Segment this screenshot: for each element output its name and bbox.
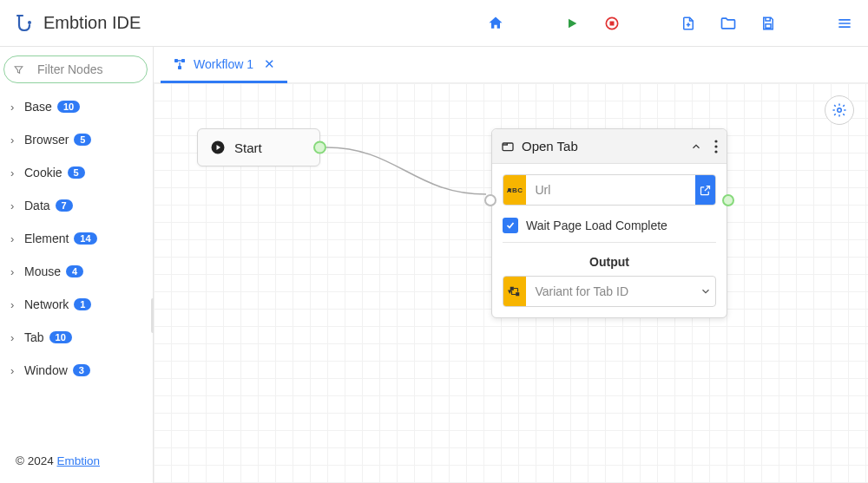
category-count-badge: 5 <box>68 166 85 179</box>
category-count-badge: 3 <box>73 364 90 376</box>
category-count-badge: 4 <box>66 265 83 277</box>
workspace: Workflow 1 ✕ Start Open Tab <box>154 47 868 483</box>
svg-rect-2 <box>610 21 615 25</box>
tabbar: Workflow 1 ✕ <box>154 47 868 83</box>
category-list: ›Base10›Browser5›Cookie5›Data7›Element14… <box>0 90 153 442</box>
chevron-right-icon: › <box>10 199 19 212</box>
start-node-label: Start <box>234 140 262 155</box>
workflow-icon <box>173 57 187 71</box>
open-tab-node[interactable]: Open Tab ▾ ABC <box>491 128 727 318</box>
variant-dropdown-button[interactable] <box>695 277 715 306</box>
category-count-badge: 7 <box>56 199 73 212</box>
sidebar-item-mouse[interactable]: ›Mouse4 <box>0 255 153 288</box>
wait-checkbox-row[interactable]: Wait Page Load Complete <box>503 218 716 233</box>
home-button[interactable] <box>486 14 505 33</box>
svg-point-7 <box>838 108 842 113</box>
svg-rect-3 <box>766 23 771 28</box>
footer: © 2024 Embtion <box>0 442 153 483</box>
brand: Embtion IDE <box>14 13 141 34</box>
sidebar-item-element[interactable]: ›Element14 <box>0 222 153 255</box>
chevron-right-icon: › <box>10 331 19 344</box>
sidebar-item-tab[interactable]: ›Tab10 <box>0 321 153 354</box>
open-tab-header[interactable]: Open Tab <box>492 129 727 164</box>
svg-rect-5 <box>181 59 185 62</box>
category-count-badge: 10 <box>57 101 80 113</box>
svg-point-12 <box>714 150 717 153</box>
url-type-selector[interactable]: ▾ ABC <box>503 175 526 205</box>
chevron-right-icon: › <box>10 101 19 114</box>
topbar-actions <box>486 14 854 33</box>
url-input[interactable] <box>526 175 695 205</box>
category-count-badge: 10 <box>49 331 72 343</box>
chevron-down-icon <box>700 285 712 297</box>
filter-input-wrap[interactable] <box>3 55 148 83</box>
category-label: Cookie <box>24 166 62 179</box>
filter-icon <box>13 64 24 75</box>
external-link-icon <box>699 184 712 197</box>
canvas[interactable]: Start Open Tab ▾ ABC <box>154 83 868 483</box>
chevron-right-icon: › <box>10 134 19 147</box>
brand-logo-icon <box>14 13 35 34</box>
start-node[interactable]: Start <box>197 128 320 166</box>
sidebar-item-network[interactable]: ›Network1 <box>0 288 153 321</box>
copyright-text: © 2024 <box>16 454 56 467</box>
canvas-settings-button[interactable] <box>825 95 854 125</box>
tab-label: Workflow 1 <box>194 57 253 71</box>
category-label: Tab <box>24 330 44 344</box>
chevron-right-icon: › <box>10 298 19 311</box>
category-count-badge: 14 <box>74 232 96 245</box>
tab-workflow-1[interactable]: Workflow 1 ✕ <box>161 47 287 83</box>
new-file-button[interactable] <box>679 14 698 33</box>
collapse-icon[interactable] <box>690 140 702 153</box>
category-count-badge: 1 <box>74 298 91 310</box>
more-icon[interactable] <box>714 140 718 153</box>
output-section-label: Output <box>503 255 716 269</box>
wait-checkbox[interactable] <box>503 218 518 233</box>
svg-rect-6 <box>178 66 181 69</box>
footer-link[interactable]: Embtion <box>56 454 100 467</box>
svg-point-0 <box>28 21 31 24</box>
chevron-right-icon: › <box>10 232 19 245</box>
category-label: Mouse <box>24 264 61 278</box>
category-count-badge: 5 <box>74 134 91 146</box>
svg-rect-14 <box>516 292 519 296</box>
sidebar-item-browser[interactable]: ›Browser5 <box>0 123 153 156</box>
sidebar-item-window[interactable]: ›Window3 <box>0 354 153 387</box>
category-label: Browser <box>24 133 69 147</box>
category-label: Data <box>24 199 50 212</box>
menu-button[interactable] <box>835 14 854 33</box>
tab-close-button[interactable]: ✕ <box>264 56 275 72</box>
stop-button[interactable] <box>602 14 621 33</box>
variant-input[interactable] <box>526 277 695 306</box>
variant-type-selector[interactable]: ▾ <box>503 277 526 306</box>
topbar: Embtion IDE <box>0 0 868 47</box>
sidebar-item-base[interactable]: ›Base10 <box>0 90 153 123</box>
connector-line <box>154 83 518 257</box>
brand-title: Embtion IDE <box>43 13 141 33</box>
open-folder-button[interactable] <box>719 14 738 33</box>
chevron-right-icon: › <box>10 364 19 377</box>
category-label: Network <box>24 297 69 311</box>
divider <box>503 242 716 243</box>
chevron-right-icon: › <box>10 166 19 179</box>
url-field-row: ▾ ABC <box>503 174 716 206</box>
svg-point-10 <box>714 140 717 142</box>
sidebar-item-cookie[interactable]: ›Cookie5 <box>0 156 153 189</box>
run-button[interactable] <box>562 14 582 33</box>
chevron-right-icon: › <box>10 265 19 278</box>
open-tab-title: Open Tab <box>522 139 683 153</box>
open-tab-input-port[interactable] <box>484 194 496 206</box>
sidebar-item-data[interactable]: ›Data7 <box>0 189 153 222</box>
variant-field-row: ▾ <box>503 276 716 307</box>
open-url-button[interactable] <box>695 175 715 205</box>
category-label: Window <box>24 363 68 377</box>
category-label: Base <box>24 100 52 114</box>
open-tab-output-port[interactable] <box>722 194 734 206</box>
save-button[interactable] <box>759 14 778 33</box>
play-circle-icon <box>210 140 226 155</box>
gear-icon <box>832 102 847 118</box>
open-tab-body: ▾ ABC Wait Page Load Complete <box>492 164 727 317</box>
tab-icon <box>501 140 515 153</box>
category-label: Element <box>24 232 69 245</box>
start-output-port[interactable] <box>313 141 326 154</box>
